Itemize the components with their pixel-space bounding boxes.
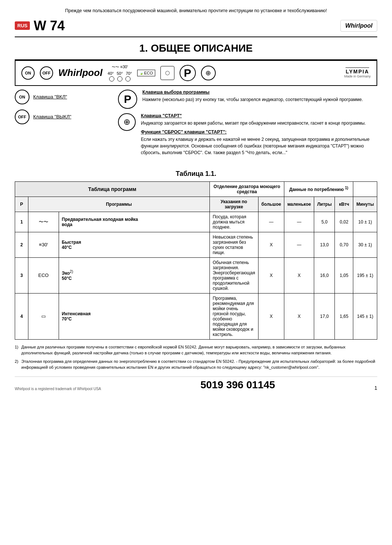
- row-minutes: 30 ± 1): [353, 232, 377, 257]
- eco-label: ECO: [144, 71, 153, 75]
- whirlpool-logo: Whirlpool: [340, 20, 377, 32]
- footnote-item: 1) Данные для различных программ получен…: [15, 344, 377, 356]
- row-instruction: Невысокая степень загрязнения без сухих …: [209, 232, 258, 257]
- control-panel: ON OFF Whirlpool 〜〜 ≡30′ 40° 50° 70° 🍃 E…: [15, 60, 377, 86]
- table-row: 1 〜〜 Предварительная холодная мойка вода…: [15, 212, 377, 232]
- start-key-block: ⊕ Клавиша "СТАРТ" Индикатор загорается в…: [118, 113, 377, 159]
- row-prog: Интенсивная 70°C: [59, 293, 209, 339]
- panel-start-button: ⊕: [201, 66, 216, 80]
- on-key-row: ON Клавиша "ВКЛ": [15, 90, 111, 104]
- row-small: X: [284, 293, 314, 339]
- made-in: Made in Germany: [344, 74, 371, 78]
- off-btn-label: OFF: [42, 71, 51, 75]
- table-row: 2 ≡30′ Быстрая 40°C Невысокая степень за…: [15, 232, 377, 257]
- soap-dispenser-icon: ◯: [160, 66, 174, 80]
- start-func-text: Если нажать эту клавишу и держать ее наж…: [141, 136, 377, 156]
- row-minutes: 195 ± 1): [353, 257, 377, 293]
- panel-temps: 〜〜 ≡30′ 40° 50° 70°: [108, 65, 132, 81]
- dosator-label-text: Отделение дозатора моющего средства: [214, 184, 280, 194]
- row-kwh: 0,70: [335, 232, 353, 257]
- footer-part-number: 5019 396 01145: [200, 379, 275, 391]
- big-header-text: большое: [261, 202, 281, 207]
- col-kwh-header: кВтч: [335, 197, 353, 212]
- keys-right: P Клавиша выбора программы Нажмите (неск…: [118, 90, 377, 159]
- row-kwh: 1,65: [335, 293, 353, 339]
- circle2: [117, 76, 122, 81]
- keys-section: ON Клавиша "ВКЛ" OFF Клавиша "ВЫКЛ" P Кл…: [15, 90, 377, 159]
- panel-brand-text: Whirlpool: [58, 67, 103, 78]
- table-title-text: Таблица 1.1.: [176, 170, 216, 177]
- row-prog: Эко2) 50°C: [59, 257, 209, 293]
- brand-right-text: LYMPIA: [346, 69, 369, 74]
- on-btn-label: ON: [25, 71, 31, 75]
- data-sup: 1): [345, 186, 348, 190]
- warning-text: Прежде чем пользоваться посудомоечной ма…: [65, 8, 327, 13]
- p-key-block: P Клавиша выбора программы Нажмите (неск…: [118, 90, 377, 109]
- col-p-header: P: [15, 197, 28, 212]
- row-icon: ≡30′: [28, 232, 59, 257]
- row-prog: Предварительная холодная мойка вода: [59, 212, 209, 232]
- data-label-text: Данные по потреблению: [289, 187, 344, 192]
- row-small: —: [284, 212, 314, 232]
- panel-p-button: P: [180, 65, 196, 81]
- row-big: X: [258, 257, 284, 293]
- row-icon: 〜〜: [28, 212, 59, 232]
- header-row: RUS W 74 Whirlpool: [15, 18, 377, 37]
- programs-header: Программы: [106, 202, 132, 207]
- row-kwh: 0,02: [335, 212, 353, 232]
- off-key-label: Клавиша "ВЫКЛ": [33, 114, 71, 119]
- footer-bar: Whirlpool is a registered trademark of W…: [15, 376, 377, 391]
- row-prog: Быстрая 40°C: [59, 232, 209, 257]
- rus-badge: RUS: [15, 21, 30, 30]
- small-header-text: маленькое: [287, 202, 311, 207]
- temp-circles: [109, 76, 131, 81]
- panel-brand-right: LYMPIA: [346, 67, 369, 74]
- start-key-desc: Клавиша "СТАРТ" Индикатор загорается во …: [141, 113, 377, 159]
- table-row: 3 ECO Эко2) 50°C Обычная степень загрязн…: [15, 257, 377, 293]
- footnote-text: Эталонная программа для определения данн…: [21, 358, 377, 371]
- row-small: —: [284, 232, 314, 257]
- start-key-text: Индикатор загорается во время работы, ми…: [141, 120, 377, 126]
- row-instruction: Программа, рекомендуемая для мойки очень…: [209, 293, 258, 339]
- row-num: 4: [15, 293, 28, 339]
- footer-page: 1: [374, 385, 377, 391]
- on-button-panel: ON: [21, 66, 35, 80]
- row-big: X: [258, 293, 284, 339]
- inst-header-text: Указания по загрузке: [221, 199, 247, 209]
- row-kwh: 1,05: [335, 257, 353, 293]
- temp70: 70°: [126, 71, 132, 76]
- dosator-header: Отделение дозатора моющего средства: [209, 181, 284, 197]
- start-func-title: Функция "СБРОС" клавиши "СТАРТ":: [141, 129, 377, 135]
- top-warning: Прежде чем пользоваться посудомоечной ма…: [15, 7, 377, 14]
- col-min-header: Минуты: [353, 197, 377, 212]
- row-big: X: [258, 232, 284, 257]
- programs-table: Таблица программ Отделение дозатора моющ…: [15, 181, 377, 340]
- header-left: RUS W 74: [15, 18, 65, 34]
- temps-row: 40° 50° 70°: [108, 71, 132, 76]
- col-big-header: большое: [258, 197, 284, 212]
- section-title: 1. ОБЩЕЕ ОПИСАНИЕ: [15, 37, 377, 60]
- off-button-panel: OFF: [40, 66, 53, 80]
- row-instruction: Обычная степень загрязнения. Энергосбере…: [209, 257, 258, 293]
- footnote-item: 2) Эталонная программа для определения д…: [15, 358, 377, 371]
- panel-brand: Whirlpool: [58, 67, 103, 79]
- on-key-label: Клавиша "ВКЛ": [33, 94, 67, 100]
- on-key-btn: ON: [15, 90, 30, 104]
- row-minutes: 145 ± 1): [353, 293, 377, 339]
- section-title-text: 1. ОБЩЕЕ ОПИСАНИЕ: [139, 42, 253, 54]
- row-liters: 17,0: [314, 293, 335, 339]
- eco-box: 🍃 ECO: [137, 70, 155, 76]
- row-small: X: [284, 257, 314, 293]
- row-icon: ▭: [28, 293, 59, 339]
- circle3: [125, 76, 131, 81]
- row-icon: ECO: [28, 257, 59, 293]
- row-instruction: Посуда, которая должна мыться позднее.: [209, 212, 258, 232]
- panel-right-group: LYMPIA Made in Germany: [344, 67, 371, 78]
- off-key-row: OFF Клавиша "ВЫКЛ": [15, 110, 111, 124]
- footnote-num: 2): [15, 358, 18, 371]
- col-liters-header: Литры: [314, 197, 335, 212]
- col-prog-header: Программы: [28, 197, 210, 212]
- prog-table-label: Таблица программ: [88, 186, 136, 192]
- col-small-header: маленькое: [284, 197, 314, 212]
- col-inst-header: Указания по загрузке: [209, 197, 258, 212]
